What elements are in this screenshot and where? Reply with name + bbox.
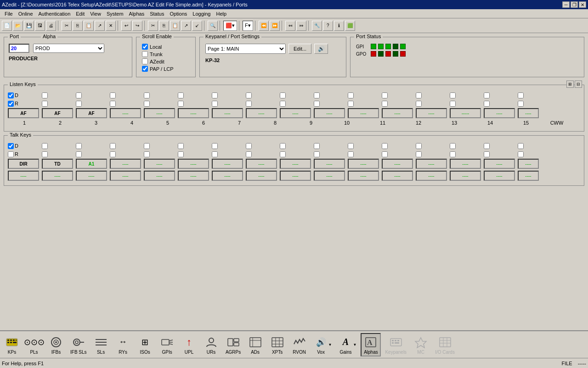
talk-r-cb-8[interactable] [246,151,252,157]
talk-r-cb-2[interactable] [42,151,48,157]
listen-d-cb-15[interactable] [484,92,490,98]
listen-d-cb-4[interactable] [110,92,116,98]
talk-d-cb-5[interactable] [144,143,150,149]
talk-btn-13[interactable]: ---- [416,159,447,169]
talk-btn2-cww[interactable]: ---- [518,171,539,181]
talk-btn-6[interactable]: ---- [178,159,209,169]
talk-r-cb-11[interactable] [348,151,354,157]
tab-io-cards[interactable]: I/O Cards [433,334,457,356]
menu-item-logging[interactable]: Logging [190,10,213,17]
pap-checkbox[interactable] [142,66,148,72]
tab-alphas[interactable]: A Alphas [361,333,381,356]
listen-btn-11[interactable]: ---- [348,108,379,118]
menu-item-help[interactable]: Help [213,10,229,17]
talk-btn2-14[interactable]: ---- [450,171,481,181]
talk-btn-4[interactable]: ---- [110,159,141,169]
talk-btn2-5[interactable]: ---- [144,171,175,181]
listen-btn-9[interactable]: ---- [280,108,311,118]
tb-btn-13[interactable]: ⏩ [270,21,280,31]
talk-r-cb-9[interactable] [280,151,286,157]
tb-btn-16[interactable]: 🔧 [312,21,322,31]
talk-r-cb-6[interactable] [178,151,184,157]
listen-btn-cww[interactable]: ---- [518,108,539,118]
listen-r-cb-9[interactable] [280,101,286,107]
talk-d-cb-13[interactable] [416,143,422,149]
save-all-button[interactable]: 🖫 [35,21,45,31]
listen-r-cb-4[interactable] [110,101,116,107]
listen-collapse-icon[interactable]: ⊟ [575,80,582,88]
tab-kps[interactable]: KPs [2,334,22,356]
listen-d-cb-7[interactable] [212,92,218,98]
talk-btn2-1[interactable]: ---- [8,171,39,181]
listen-r-cb-1[interactable] [8,101,14,107]
tab-sls[interactable]: SLs [91,334,111,356]
talk-r-cb-14[interactable] [450,151,456,157]
talk-btn2-9[interactable]: ---- [280,171,311,181]
listen-r-cb-7[interactable] [212,101,218,107]
local-checkbox[interactable] [142,44,148,50]
tab-mc[interactable]: MC [411,334,431,356]
tab-xpts[interactable]: XPTs [267,334,288,356]
talk-d-cb-1[interactable] [8,143,14,149]
edit-button[interactable]: Edit... [288,44,311,54]
talk-btn2-2[interactable]: ---- [42,171,73,181]
listen-r-cb-13[interactable] [416,101,422,107]
listen-d-cb-3[interactable] [76,92,82,98]
listen-btn-14[interactable]: ----- [450,108,481,118]
listen-r-cb-12[interactable] [382,101,388,107]
mode-dropdown[interactable]: 🟥▾ [223,21,237,31]
listen-btn-3[interactable]: AF [76,108,107,118]
talk-d-cb-8[interactable] [246,143,252,149]
cut-button[interactable]: ✂ [62,21,72,31]
talk-btn2-12[interactable]: ---- [382,171,413,181]
talk-btn-9[interactable]: ---- [280,159,311,169]
talk-d-cb-14[interactable] [450,143,456,149]
tab-rvon[interactable]: RVON [289,334,310,356]
vox-arrow[interactable]: ▼ [328,343,332,347]
trunk-checkbox[interactable] [142,51,148,57]
undo-button[interactable]: ↩ [121,21,131,31]
alpha-select[interactable]: PROD [33,44,104,53]
listen-btn-12[interactable]: ---- [382,108,413,118]
listen-r-cb-8[interactable] [246,101,252,107]
talk-r-cb-cww[interactable] [518,151,524,157]
menu-item-status[interactable]: Status [147,10,167,17]
listen-d-cb-6[interactable] [178,92,184,98]
tb-btn-17[interactable]: 🟩 [345,21,355,31]
tab-keypanels[interactable]: Keypanels [383,334,409,356]
talk-d-cb-10[interactable] [314,143,320,149]
listen-btn-1[interactable]: AF [8,108,39,118]
listen-d-cb-11[interactable] [348,92,354,98]
listen-btn-5[interactable]: ---- [144,108,175,118]
listen-r-cb-5[interactable] [144,101,150,107]
talk-btn-1[interactable]: DIR [8,159,39,169]
listen-r-cb-14[interactable] [450,101,456,107]
font-dropdown[interactable]: F▾ [243,21,253,31]
tb-btn-12[interactable]: ⏪ [259,21,269,31]
listen-btn-4[interactable]: ---- [110,108,141,118]
listen-btn-15[interactable]: ---- [484,108,515,118]
menu-item-view[interactable]: View [87,10,104,17]
tab-isos[interactable]: ⊞ ISOs [135,334,155,356]
listen-r-cb-6[interactable] [178,101,184,107]
talk-btn2-11[interactable]: ---- [348,171,379,181]
talk-r-cb-12[interactable] [382,151,388,157]
listen-d-cb-2[interactable] [42,92,48,98]
tb-btn-15[interactable]: ⤇ [296,21,306,31]
menu-item-options[interactable]: Options [167,10,190,17]
listen-r-cb-15[interactable] [484,101,490,107]
talk-r-cb-7[interactable] [212,151,218,157]
talk-d-cb-cww[interactable] [518,143,524,149]
copy-button[interactable]: ⎘ [73,21,83,31]
menu-item-file[interactable]: File [2,10,16,17]
tab-pls[interactable]: ⊙⊙⊙ PLs [24,334,44,356]
talk-d-cb-7[interactable] [212,143,218,149]
listen-d-cb-5[interactable] [144,92,150,98]
tab-ifbs[interactable]: IFBs [46,334,66,356]
talk-btn-15[interactable]: ---- [484,159,515,169]
talk-btn-cww[interactable]: ---- [518,159,539,169]
talk-btn2-10[interactable]: ---- [314,171,345,181]
talk-r-cb-5[interactable] [144,151,150,157]
close-button[interactable]: ✕ [579,1,586,8]
tab-ads[interactable]: ADs [245,334,266,356]
